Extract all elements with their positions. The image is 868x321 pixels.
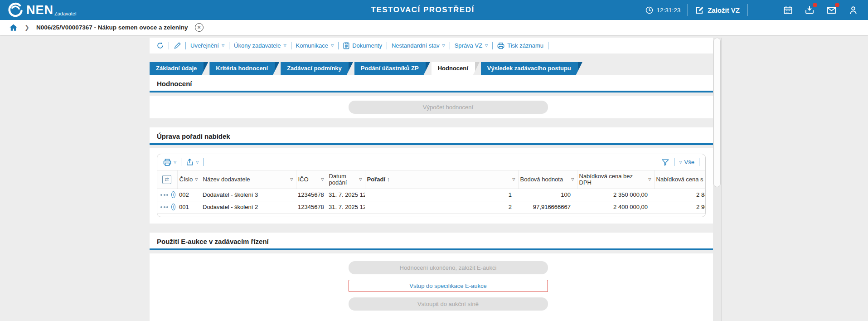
dropdown-triangle-icon: ▽	[485, 44, 488, 48]
row-menu-icon[interactable]	[160, 194, 168, 196]
cell-cena-s-dph: 2 904 000,00	[654, 201, 706, 213]
home-icon[interactable]	[9, 23, 18, 32]
chevron-right-icon: ❯	[24, 24, 29, 31]
toolbar-item-komunikace[interactable]: Komunikace▽	[296, 42, 334, 49]
cell-poradi: 1	[365, 189, 518, 201]
menu-hamburger-icon[interactable]	[761, 6, 771, 14]
column-header-ico[interactable]: IČO▽	[296, 170, 327, 189]
cell-ico: 12345678	[296, 189, 327, 201]
create-vz-label: Založit VZ	[708, 6, 740, 14]
section-body-eaukce: Hodnocení ukončeno, založit E-aukci Vstu…	[150, 253, 713, 321]
column-header-cena-bez-dph[interactable]: Nabídková cena bez DPH▽	[577, 170, 654, 189]
refresh-button[interactable]	[156, 42, 164, 49]
column-settings-icon: ⇄	[162, 175, 171, 184]
toolbar-item-dokumenty[interactable]: Dokumenty	[343, 42, 382, 49]
cell-cena-bez-dph: 2 400 000,00	[577, 201, 654, 213]
cell-datum: 31. 7. 2025 12:08	[327, 189, 365, 201]
notification-badge	[813, 3, 817, 7]
clock-icon	[645, 6, 653, 14]
column-header-datum[interactable]: Datum podání▽	[327, 170, 365, 189]
column-header-poradi[interactable]: Pořadí ↑▽	[365, 170, 518, 189]
create-vz-button[interactable]: Založit VZ	[695, 6, 740, 15]
tab-zakladni-udaje[interactable]: Základní údaje	[150, 62, 208, 75]
toolbar-item-uverejneni[interactable]: Uveřejnění▽	[190, 42, 224, 49]
dropdown-triangle-icon: ▽	[442, 44, 445, 48]
filter-scope-all[interactable]: Vše	[684, 159, 694, 165]
dropdown-triangle-icon: ▽	[283, 44, 286, 48]
offers-table-card: ▽ ▽ ▽ Vše	[157, 154, 706, 217]
cell-nazev: Dodavatel - školení 3	[201, 189, 296, 201]
filter-triangle-icon[interactable]: ▽	[648, 177, 651, 181]
table-toolbar: ▽ ▽ ▽ Vše	[157, 154, 705, 170]
section-title-hodnoceni: Hodnocení	[150, 75, 713, 92]
record-toolbar: Uveřejnění▽ Úkony zadavatele▽ Komunikace…	[150, 38, 713, 54]
row-menu-icon[interactable]	[160, 206, 168, 208]
record-tabs: Základní údaje Kritéria hodnocení Zadáva…	[150, 62, 713, 75]
cell-datum: 31. 7. 2025 12:07	[327, 201, 365, 213]
toolbar-item-tisk-zaznamu[interactable]: Tisk záznamu	[497, 42, 543, 49]
filter-triangle-icon[interactable]: ▽	[290, 177, 293, 181]
logo-subtitle: Zadavatel	[54, 11, 76, 16]
tab-podani-ucastniku[interactable]: Podání účastníků ZP	[354, 62, 430, 75]
panel-scrollbar[interactable]	[713, 38, 722, 321]
table-export-button[interactable]: ▽	[186, 158, 199, 166]
filter-triangle-icon[interactable]: ▽	[195, 177, 198, 181]
clock-time: 12:31:23	[657, 7, 681, 14]
export-icon	[186, 158, 194, 166]
tab-kriteria-hodnoceni[interactable]: Kritéria hodnocení	[209, 62, 279, 75]
table-row[interactable]: i 002 Dodavatel - školení 3 12345678 31.…	[157, 189, 706, 201]
document-icon	[343, 42, 349, 49]
section-body-hodnoceni: Výpočet hodnocení	[150, 96, 713, 118]
table-print-button[interactable]: ▽	[163, 158, 176, 166]
cell-cislo: 002	[177, 189, 201, 201]
column-header-nazev[interactable]: Název dodavatele▽	[201, 170, 296, 189]
pencil-icon	[174, 42, 181, 49]
calendar-icon[interactable]	[783, 5, 793, 15]
breadcrumb: ❯ N006/25/V00007367 - Nákup semen ovoce …	[0, 20, 868, 35]
downloads-tray-icon[interactable]	[805, 5, 815, 15]
column-settings-header[interactable]: ⇄	[157, 170, 177, 189]
scrollbar-thumb[interactable]	[713, 38, 721, 187]
row-info-icon[interactable]: i	[171, 204, 175, 210]
tab-vysledek[interactable]: Výsledek zadávacího postupu	[481, 62, 582, 75]
filter-triangle-icon[interactable]: ▽	[359, 177, 362, 181]
printer-icon	[497, 42, 504, 49]
app-header: NEN Zadavatel TESTOVACÍ PROSTŘEDÍ 12:31:…	[0, 0, 868, 20]
dropdown-triangle-icon[interactable]: ▽	[196, 160, 199, 164]
tab-hodnoceni[interactable]: Hodnocení	[432, 62, 480, 75]
user-profile-icon[interactable]	[849, 5, 858, 15]
dropdown-triangle-icon: ▽	[222, 44, 224, 48]
dropdown-triangle-icon[interactable]: ▽	[174, 160, 176, 164]
table-row[interactable]: i 001 Dodavatel - školení 2 12345678 31.…	[157, 201, 706, 213]
dropdown-triangle-icon[interactable]: ▽	[679, 160, 682, 164]
toolbar-item-ukony-zadavatele[interactable]: Úkony zadavatele▽	[234, 42, 286, 49]
column-header-cislo[interactable]: Číslo▽	[177, 170, 201, 189]
filter-funnel-icon[interactable]	[661, 158, 669, 166]
dropdown-triangle-icon: ▽	[331, 44, 334, 48]
main-content: Uveřejnění▽ Úkony zadavatele▽ Komunikace…	[150, 38, 722, 321]
notification-badge	[835, 3, 839, 7]
toolbar-item-sprava-vz[interactable]: Správa VZ▽	[455, 42, 488, 49]
nen-logo[interactable]: NEN Zadavatel	[7, 1, 76, 19]
filter-triangle-icon[interactable]: ▽	[571, 177, 574, 181]
clock: 12:31:23	[645, 6, 681, 14]
column-header-cena-s-dph[interactable]: Nabídková cena s DPH	[654, 170, 706, 189]
messages-envelope-icon[interactable]	[826, 5, 837, 15]
vstup-specifikace-eaukce-button[interactable]: Vstup do specifikace E-aukce	[349, 280, 548, 292]
toolbar-item-nestandardni-stav[interactable]: Nestandardní stav▽	[392, 42, 445, 49]
logo-text: NEN	[26, 1, 53, 19]
cell-cena-s-dph: 2 844 000,00	[654, 189, 706, 201]
filter-triangle-icon[interactable]: ▽	[321, 177, 324, 181]
row-info-icon[interactable]: i	[171, 191, 175, 198]
sort-asc-icon: ↑	[387, 176, 390, 183]
close-record-icon[interactable]: ✕	[195, 23, 204, 32]
edit-button[interactable]	[174, 42, 181, 49]
cell-ico: 12345678	[296, 201, 327, 213]
tab-zadavaci-podminky[interactable]: Zadávací podmínky	[281, 62, 353, 75]
environment-title: TESTOVACÍ PROSTŘEDÍ	[371, 5, 475, 15]
filter-triangle-icon[interactable]: ▽	[512, 177, 515, 181]
table-header-row: ⇄ Číslo▽ Název dodavatele▽ IČO▽ Datum po…	[157, 170, 706, 189]
column-header-bodova-hodnota[interactable]: Bodová hodnota▽	[518, 170, 577, 189]
vstoupit-aukcni-sin-button: Vstoupit do aukční síně	[349, 297, 548, 311]
vypocet-hodnoceni-button: Výpočet hodnocení	[349, 101, 548, 114]
